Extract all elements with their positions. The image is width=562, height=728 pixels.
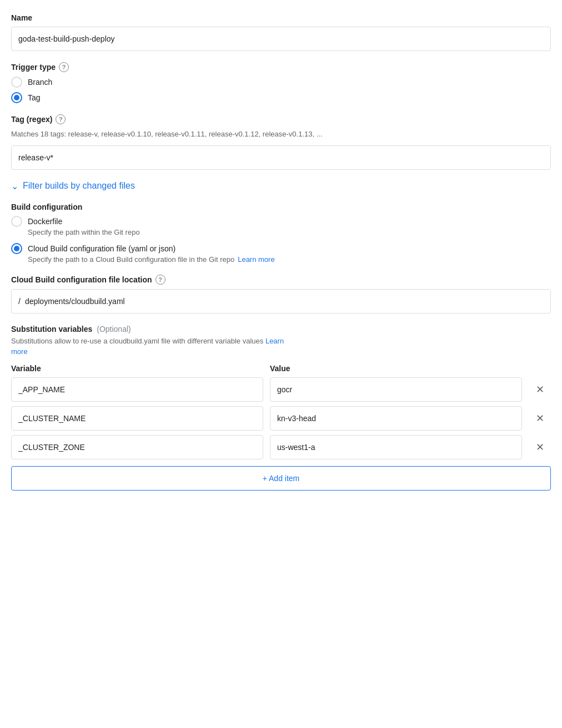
var-table: ✕ ✕ ✕: [11, 377, 551, 459]
table-row: ✕: [11, 435, 551, 459]
name-section: Name: [11, 13, 551, 51]
var-column-header: Variable: [11, 364, 263, 373]
subst-title: Substitution variables: [11, 325, 92, 333]
table-row: ✕: [11, 406, 551, 431]
build-option-dockerfile: Dockerfile Specify the path within the G…: [11, 216, 551, 236]
radio-cloudbuild-circle: [11, 243, 22, 254]
tag-regex-input[interactable]: [11, 145, 551, 170]
filter-toggle[interactable]: ⌄ Filter builds by changed files: [11, 181, 551, 191]
substitution-variables-section: Substitution variables (Optional) Substi…: [11, 325, 551, 491]
trigger-type-help-icon[interactable]: ?: [59, 62, 69, 72]
trigger-type-label: Trigger type ?: [11, 62, 551, 72]
config-location-label: Cloud Build configuration file location …: [11, 275, 551, 285]
var-value-input-3[interactable]: [270, 435, 522, 459]
build-config-label: Build configuration: [11, 203, 551, 211]
trigger-type-section: Trigger type ? Branch Tag: [11, 62, 551, 103]
config-location-help-icon[interactable]: ?: [155, 275, 165, 285]
build-option-cloudbuild: Cloud Build configuration file (yaml or …: [11, 243, 551, 264]
var-value-input-1[interactable]: [270, 377, 522, 402]
radio-tag-label: Tag: [28, 93, 41, 102]
table-row: ✕: [11, 377, 551, 402]
build-config-section: Build configuration Dockerfile Specify t…: [11, 203, 551, 264]
subst-optional: (Optional): [97, 325, 131, 333]
var-value-input-2[interactable]: [270, 406, 522, 431]
slash-label: /: [18, 297, 21, 306]
var-name-input-2[interactable]: [11, 406, 263, 431]
config-location-input[interactable]: [25, 297, 544, 306]
build-option-dockerfile-row[interactable]: Dockerfile: [11, 216, 551, 227]
tag-regex-description: Matches 18 tags: release-v, release-v0.1…: [11, 129, 551, 140]
var-table-header: Variable Value: [11, 364, 551, 373]
name-input[interactable]: [11, 27, 551, 51]
build-option-cloudbuild-desc: Specify the path to a Cloud Build config…: [28, 255, 551, 264]
filter-section: ⌄ Filter builds by changed files: [11, 181, 551, 191]
radio-branch-label: Branch: [28, 78, 52, 87]
val-column-header: Value: [270, 364, 522, 373]
add-item-button[interactable]: + Add item: [11, 466, 551, 491]
subst-title-row: Substitution variables (Optional): [11, 325, 551, 333]
build-option-cloudbuild-row[interactable]: Cloud Build configuration file (yaml or …: [11, 243, 551, 254]
tag-regex-help-icon[interactable]: ?: [56, 114, 66, 124]
build-option-dockerfile-desc: Specify the path within the Git repo: [28, 228, 551, 236]
var-name-input-1[interactable]: [11, 377, 263, 402]
name-label: Name: [11, 13, 551, 22]
config-location-input-wrapper: /: [11, 289, 551, 314]
radio-branch-circle: [11, 77, 22, 88]
radio-dockerfile-circle: [11, 216, 22, 227]
delete-row-3-button[interactable]: ✕: [529, 436, 551, 458]
trigger-type-radio-group: Branch Tag: [11, 77, 551, 103]
radio-branch[interactable]: Branch: [11, 77, 551, 88]
config-location-section: Cloud Build configuration file location …: [11, 275, 551, 314]
build-config-learn-more-link[interactable]: Learn more: [238, 255, 274, 264]
subst-description: Substitutions allow to re-use a cloudbui…: [11, 336, 551, 357]
filter-label: Filter builds by changed files: [23, 181, 135, 191]
tag-regex-label: Tag (regex) ?: [11, 114, 551, 124]
chevron-down-icon: ⌄: [11, 181, 18, 191]
action-column-header: [529, 364, 551, 373]
var-name-input-3[interactable]: [11, 435, 263, 459]
radio-cloudbuild-label: Cloud Build configuration file (yaml or …: [28, 244, 175, 253]
delete-row-2-button[interactable]: ✕: [529, 407, 551, 429]
tag-regex-section: Tag (regex) ? Matches 18 tags: release-v…: [11, 114, 551, 170]
radio-tag-circle: [11, 92, 22, 103]
radio-dockerfile-label: Dockerfile: [28, 217, 62, 226]
delete-row-1-button[interactable]: ✕: [529, 378, 551, 401]
radio-tag[interactable]: Tag: [11, 92, 551, 103]
